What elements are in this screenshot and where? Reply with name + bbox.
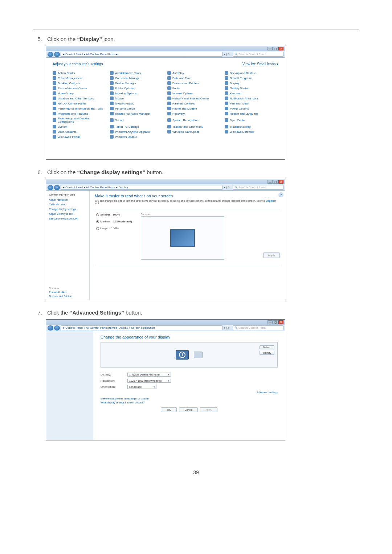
cp-item-desktop-gadgets[interactable]: Desktop Gadgets — [53, 81, 106, 85]
cp-item-windows-anytime-upgrade[interactable]: Windows Anytime Upgrade — [110, 130, 164, 134]
display-select[interactable]: 1. Nvidia Default Flat Panel — [127, 373, 171, 377]
sidebar-calibrate-color[interactable]: Calibrate color — [49, 203, 86, 206]
maximize-button[interactable]: ◻ — [273, 180, 278, 184]
cp-item-network-and-sharing-center[interactable]: Network and Sharing Center — [167, 97, 221, 100]
cp-item-indexing-options[interactable]: Indexing Options — [110, 91, 164, 95]
cp-item-device-manager[interactable]: Device Manager — [110, 81, 164, 85]
maximize-button[interactable]: ◻ — [273, 320, 278, 324]
detect-button[interactable]: Detect — [260, 345, 274, 349]
minimize-button[interactable]: — — [268, 320, 273, 324]
cp-item-phone-and-modem[interactable]: Phone and Modem — [167, 107, 221, 110]
sidebar-home[interactable]: Control Panel Home — [49, 193, 86, 196]
cp-item-user-accounts[interactable]: User Accounts — [53, 130, 106, 134]
cp-item-windows-cardspace[interactable]: Windows CardSpace — [167, 130, 221, 134]
cp-item-ease-of-access-center[interactable]: Ease of Access Center — [53, 86, 106, 90]
view-by-label[interactable]: View by: Small icons ▾ — [242, 62, 278, 66]
cp-item-troubleshooting[interactable]: Troubleshooting — [225, 125, 278, 128]
nav-forward-icon[interactable]: → — [54, 185, 60, 190]
breadcrumb[interactable]: ▸ Control Panel ▸ All Control Panel Item… — [61, 185, 222, 190]
cp-item-location-and-other-sensors[interactable]: Location and Other Sensors — [53, 97, 106, 100]
sidebar-adjust-resolution[interactable]: Adjust resolution — [49, 198, 86, 201]
nav-back-icon[interactable]: ← — [48, 185, 53, 190]
cp-item-devices-and-printers[interactable]: Devices and Printers — [167, 81, 221, 85]
cp-item-color-management[interactable]: Color Management — [53, 76, 106, 80]
cp-item-programs-and-features[interactable]: Programs and Features — [53, 112, 106, 115]
cp-item-mouse[interactable]: Mouse — [110, 97, 164, 100]
text-size-link[interactable]: Make text and other items larger or smal… — [101, 397, 278, 400]
search-input[interactable]: 🔍Search Control Panel — [233, 185, 283, 190]
cp-item-sound[interactable]: Sound — [110, 117, 164, 123]
radio-medium[interactable]: Medium - 125% (default) — [96, 220, 132, 223]
close-button[interactable]: ✕ — [278, 320, 283, 324]
cp-item-credential-manager[interactable]: Credential Manager — [110, 76, 164, 80]
cp-item-remoteapp-and-desktop-connections[interactable]: RemoteApp and Desktop Connections — [53, 117, 106, 123]
maximize-button[interactable]: ◻ — [273, 47, 278, 50]
cp-item-administrative-tools[interactable]: Administrative Tools — [110, 71, 164, 75]
search-input[interactable]: 🔍Search Control Panel — [233, 325, 283, 330]
breadcrumb[interactable]: ▸ Control Panel ▸ All Control Panel Item… — [61, 52, 222, 57]
path-extras[interactable]: ▾ | ↻ — [224, 327, 230, 329]
cp-item-display[interactable]: Display — [225, 81, 278, 85]
ok-button[interactable]: OK — [161, 407, 177, 412]
cp-item-nvidia-control-panel[interactable]: NVIDIA Control Panel — [53, 102, 106, 105]
radio-larger[interactable]: Larger - 150% — [96, 227, 132, 230]
apply-button[interactable]: Apply — [200, 407, 217, 412]
cp-item-notification-area-icons[interactable]: Notification Area Icons — [225, 97, 278, 100]
cp-item-backup-and-restore[interactable]: Backup and Restore — [225, 71, 278, 75]
cp-item-homegroup[interactable]: HomeGroup — [53, 91, 106, 95]
cp-item-nvidia-physx[interactable]: NVIDIA PhysX — [110, 102, 164, 105]
cp-item-pen-and-touch[interactable]: Pen and Touch — [225, 102, 278, 105]
path-extras[interactable]: ▾ | ↻ — [224, 53, 230, 56]
magnifier-link[interactable]: Magnifier — [266, 200, 276, 202]
minimize-button[interactable]: — — [268, 47, 273, 50]
cp-item-getting-started[interactable]: Getting Started — [225, 86, 278, 90]
cp-item-action-center[interactable]: Action Center — [53, 71, 106, 75]
cp-item-windows-firewall[interactable]: Windows Firewall — [53, 135, 106, 139]
cp-item-keyboard[interactable]: Keyboard — [225, 91, 278, 95]
cp-item-autoplay[interactable]: AutoPlay — [167, 71, 221, 75]
cp-item-windows-defender[interactable]: Windows Defender — [225, 130, 278, 134]
cp-item-fonts[interactable]: Fonts — [167, 86, 221, 90]
monitor-2-icon[interactable] — [194, 352, 203, 358]
cp-item-system[interactable]: System — [53, 125, 106, 128]
breadcrumb[interactable]: ▸ Control Panel ▸ All Control Panel Item… — [61, 325, 222, 330]
advanced-settings-link[interactable]: Advanced settings — [257, 391, 278, 394]
cp-item-internet-options[interactable]: Internet Options — [167, 91, 221, 95]
close-button[interactable]: ✕ — [278, 180, 283, 184]
orientation-select[interactable]: Landscape — [127, 385, 156, 389]
minimize-button[interactable]: — — [268, 180, 273, 184]
nav-forward-icon[interactable]: → — [54, 325, 60, 331]
cp-item-recovery[interactable]: Recovery — [167, 112, 221, 115]
nav-back-icon[interactable]: ← — [48, 325, 53, 331]
cp-item-parental-controls[interactable]: Parental Controls — [167, 102, 221, 105]
cp-item-realtek-hd-audio-manager[interactable]: Realtek HD Audio Manager — [110, 112, 164, 115]
cp-item-taskbar-and-start-menu[interactable]: Taskbar and Start Menu — [167, 125, 221, 128]
nav-forward-icon[interactable]: → — [54, 52, 60, 57]
resolution-select[interactable]: 1920 × 1080 (recommended) — [127, 379, 171, 383]
cancel-button[interactable]: Cancel — [179, 407, 198, 412]
path-extras[interactable]: ▾ | ↻ — [224, 186, 230, 189]
sidebar-change-display-settings[interactable]: Change display settings — [49, 208, 86, 210]
identify-button[interactable]: Identify — [260, 351, 274, 355]
cp-item-folder-options[interactable]: Folder Options — [110, 86, 164, 90]
monitor-1-icon[interactable]: 1 — [176, 350, 189, 360]
cp-item-date-and-time[interactable]: Date and Time — [167, 76, 221, 80]
help-icon[interactable]: ? — [278, 192, 283, 197]
cp-item-tablet-pc-settings[interactable]: Tablet PC Settings — [110, 125, 164, 128]
search-input[interactable]: 🔍Search Control Panel — [233, 52, 283, 57]
display-help-link[interactable]: What display settings should I choose? — [101, 401, 278, 404]
cp-item-windows-update[interactable]: Windows Update — [110, 135, 164, 139]
close-button[interactable]: ✕ — [278, 47, 283, 50]
cp-item-sync-center[interactable]: Sync Center — [225, 117, 278, 123]
cp-item-speech-recognition[interactable]: Speech Recognition — [167, 117, 221, 123]
cp-item-personalization[interactable]: Personalization — [110, 107, 164, 110]
cp-item-default-programs[interactable]: Default Programs — [225, 76, 278, 80]
sidebar-personalization[interactable]: Personalization — [49, 291, 86, 294]
cp-item-power-options[interactable]: Power Options — [225, 107, 278, 110]
sidebar-cleartype[interactable]: Adjust ClearType text — [49, 213, 86, 215]
cp-item-performance-information-and-tools[interactable]: Performance Information and Tools — [53, 107, 106, 110]
radio-smaller[interactable]: Smaller - 100% — [96, 213, 132, 216]
apply-button[interactable]: Apply — [263, 253, 280, 258]
nav-back-icon[interactable]: ← — [48, 52, 53, 57]
sidebar-dpi[interactable]: Set custom text size (DPI) — [49, 217, 86, 220]
